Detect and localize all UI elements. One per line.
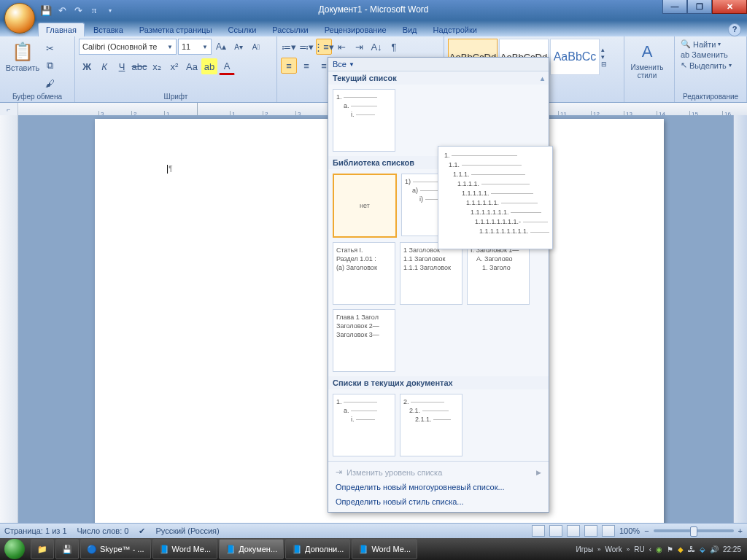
view-outline-icon[interactable]	[584, 525, 597, 537]
view-draft-icon[interactable]	[602, 525, 615, 537]
view-fullscreen-icon[interactable]	[549, 525, 562, 537]
tab-home[interactable]: Главная	[38, 23, 85, 36]
library-item-7[interactable]: Глава 1 Загол Заголовок 2— Заголовок 3—	[333, 309, 395, 372]
align-left-icon[interactable]: ≡	[281, 58, 297, 74]
tab-addins[interactable]: Надстройки	[426, 23, 484, 36]
status-language[interactable]: Русский (Россия)	[155, 526, 219, 535]
library-item-4[interactable]: Статья I. Раздел 1.01 : (a) Заголовок	[333, 242, 395, 305]
tray-network-icon[interactable]: 🖧	[688, 545, 695, 553]
zoom-slider[interactable]	[654, 529, 734, 532]
tab-insert[interactable]: Вставка	[86, 23, 131, 36]
tab-view[interactable]: Вид	[395, 23, 425, 36]
increase-indent-icon[interactable]: ⇥	[351, 39, 367, 55]
tray-clock[interactable]: 22:25	[723, 545, 741, 553]
current-list-item[interactable]: 1. a. i.	[333, 89, 395, 152]
select-button[interactable]: ↖Выделить▾	[678, 60, 743, 71]
library-item-5[interactable]: 1 Заголовок 1.1 Заголовок 1.1.1 Заголово…	[400, 242, 462, 305]
font-size-combo[interactable]: 11▼	[178, 39, 212, 55]
vertical-scrollbar[interactable]	[733, 115, 747, 524]
tray-utorrent-icon[interactable]: ◉	[656, 545, 662, 553]
doc-list-1[interactable]: 1. a. i.	[333, 394, 395, 456]
bold-icon[interactable]: Ж	[79, 58, 95, 74]
zoom-level[interactable]: 100%	[619, 526, 640, 535]
pin-icon[interactable]: ▴	[541, 74, 544, 82]
taskbar-word3[interactable]: 📘 Дополни...	[285, 539, 350, 559]
shrink-font-icon[interactable]: A▾	[231, 39, 247, 55]
tab-review[interactable]: Рецензирование	[317, 23, 394, 36]
toolbar-games[interactable]: Игры	[576, 545, 594, 553]
superscript-icon[interactable]: x²	[166, 58, 182, 74]
find-button[interactable]: 🔍Найти▾	[678, 39, 743, 50]
zoom-in-icon[interactable]: +	[738, 526, 743, 535]
view-web-icon[interactable]	[567, 525, 580, 537]
tray-flag-icon[interactable]: ⚑	[667, 545, 673, 553]
grow-font-icon[interactable]: A▴	[213, 39, 229, 55]
paste-button[interactable]: 📋 Вставить	[4, 39, 42, 91]
strikethrough-icon[interactable]: abc	[131, 58, 147, 74]
cut-icon[interactable]: ✂	[42, 40, 58, 56]
save-icon[interactable]: 💾	[39, 4, 53, 17]
zoom-out-icon[interactable]: −	[644, 526, 649, 535]
font-color-icon[interactable]: A	[219, 58, 235, 75]
language-indicator[interactable]: RU	[634, 545, 644, 553]
taskbar-word4[interactable]: 📘 Word Me...	[352, 539, 417, 559]
status-word-count[interactable]: Число слов: 0	[77, 526, 129, 535]
font-name-combo[interactable]: Calibri (Основной те▼	[79, 39, 177, 55]
change-case-icon[interactable]: Aa	[184, 58, 200, 74]
format-painter-icon[interactable]: 🖌	[42, 75, 58, 91]
minimize-button[interactable]: —	[662, 0, 687, 14]
pi-icon[interactable]: π	[88, 4, 101, 17]
underline-icon[interactable]: Ч	[114, 58, 130, 74]
show-marks-icon[interactable]: ¶	[386, 39, 402, 55]
multilevel-list-icon[interactable]: ⋮≡▾	[316, 39, 332, 55]
tab-page-layout[interactable]: Разметка страницы	[132, 23, 220, 36]
start-button[interactable]	[0, 538, 29, 560]
tab-references[interactable]: Ссылки	[221, 23, 264, 36]
spellcheck-icon[interactable]: ✔	[139, 526, 145, 536]
taskbar-word1[interactable]: 📘 Word Me...	[152, 539, 218, 559]
help-button[interactable]: ?	[728, 23, 741, 36]
styles-more-icon[interactable]: ⊟	[601, 61, 613, 68]
taskbar-word2[interactable]: 📘 Докумен...	[219, 539, 284, 559]
decrease-indent-icon[interactable]: ⇤	[333, 39, 349, 55]
tab-selector[interactable]: ⌐	[0, 103, 18, 116]
close-button[interactable]: ✕	[712, 0, 747, 14]
library-none[interactable]: нет	[333, 174, 397, 238]
office-button[interactable]	[4, 3, 35, 34]
library-item-6[interactable]: I. Заголовок 1— A. Заголово 1. Заголо	[467, 242, 530, 305]
define-new-list-style[interactable]: Определить новый стиль списка...	[328, 494, 549, 509]
define-new-multilevel[interactable]: Определить новый многоуровневый список..…	[328, 480, 549, 494]
replace-button[interactable]: abЗаменить	[678, 50, 743, 60]
doc-list-2[interactable]: 2. 2.1. 2.1.1.	[400, 394, 462, 456]
taskbar-save[interactable]: 💾	[55, 539, 79, 559]
bullet-list-icon[interactable]: ≔▾	[281, 39, 297, 55]
gallery-filter-all[interactable]: Все▼	[328, 58, 549, 71]
undo-icon[interactable]: ↶	[55, 4, 69, 17]
highlight-icon[interactable]: ab	[201, 58, 217, 74]
italic-icon[interactable]: К	[96, 58, 112, 74]
tray-shield-icon[interactable]: ◆	[678, 545, 684, 553]
taskbar-explorer[interactable]: 📁	[31, 539, 54, 559]
tab-mailings[interactable]: Рассылки	[265, 23, 315, 36]
toolbar-work[interactable]: Work	[605, 545, 622, 553]
status-page[interactable]: Страница: 1 из 1	[4, 526, 67, 535]
number-list-icon[interactable]: ≕▾	[298, 39, 314, 55]
tray-expand-icon[interactable]: ‹	[649, 545, 651, 553]
taskbar-skype[interactable]: 🔵 Skype™ - ...	[80, 539, 151, 559]
styles-down-icon[interactable]: ▾	[601, 53, 613, 61]
tray-dropbox-icon[interactable]: ⬙	[700, 545, 705, 553]
tray-volume-icon[interactable]: 🔊	[710, 545, 719, 553]
qat-customize-icon[interactable]: ▾	[104, 4, 117, 17]
maximize-button[interactable]: ❐	[687, 0, 712, 14]
style-heading1[interactable]: AaBbCc	[550, 39, 600, 75]
view-print-layout-icon[interactable]	[532, 525, 545, 537]
redo-icon[interactable]: ↷	[71, 4, 85, 17]
vertical-ruler[interactable]	[0, 115, 18, 524]
styles-up-icon[interactable]: ▴	[601, 46, 613, 53]
change-styles-button[interactable]: A Изменить стили	[628, 39, 666, 81]
subscript-icon[interactable]: x₂	[149, 58, 165, 74]
copy-icon[interactable]: ⧉	[42, 58, 58, 74]
clear-format-icon[interactable]: A⃠	[248, 39, 264, 55]
align-center-icon[interactable]: ≡	[298, 58, 314, 74]
sort-icon[interactable]: A↓	[368, 39, 384, 55]
